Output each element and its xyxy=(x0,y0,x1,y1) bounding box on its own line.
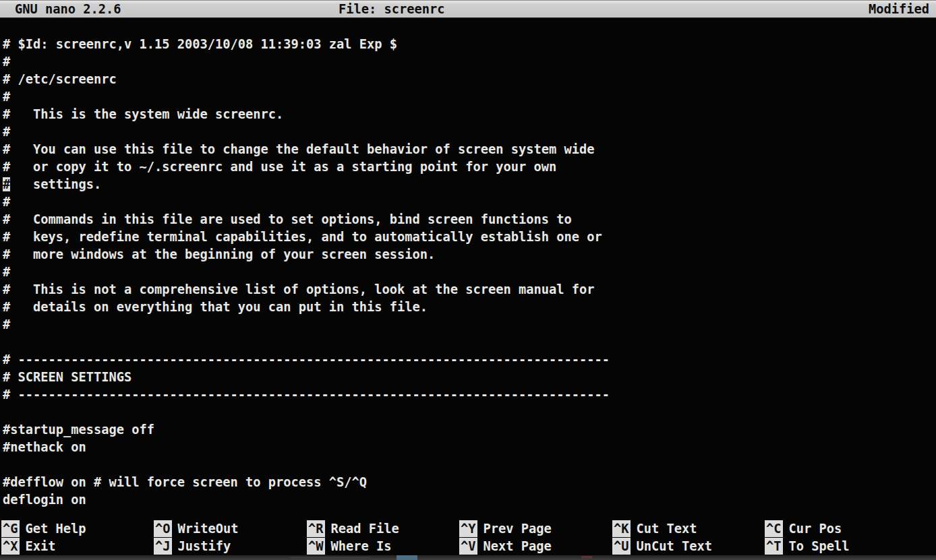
editor-line xyxy=(3,456,936,474)
shortcut-next-page: ^VNext Page xyxy=(459,538,552,555)
editor-line: #defflow on # will force screen to proce… xyxy=(3,474,936,491)
editor-line: # xyxy=(3,88,936,106)
editor-line: # more windows at the beginning of your … xyxy=(3,246,936,263)
text-cursor: # xyxy=(3,177,10,191)
background-window-blue-patch xyxy=(397,555,417,560)
shortcut-writeout: ^OWriteOut xyxy=(154,520,239,538)
shortcut-label: Cur Pos xyxy=(789,522,842,536)
editor-line: # You can use this file to change the de… xyxy=(3,141,936,158)
shortcut-key-badge: ^V xyxy=(459,538,477,555)
editor-line: # /etc/screenrc xyxy=(3,71,936,88)
shortcut-key-badge: ^T xyxy=(765,538,783,555)
background-window-strip xyxy=(0,555,936,560)
editor-line: # This is the system wide screenrc. xyxy=(3,106,936,123)
background-window-smudge xyxy=(581,556,592,559)
nano-titlebar: GNU nano 2.2.6 File: screenrc Modified xyxy=(0,0,936,19)
editor-line: # Commands in this file are used to set … xyxy=(3,211,936,228)
shortcut-label: WriteOut xyxy=(178,522,239,536)
shortcut-cut-text: ^KCut Text xyxy=(612,520,697,538)
shortcut-label: Justify xyxy=(178,539,231,553)
shortcut-key-badge: ^Y xyxy=(459,520,477,537)
editor-line: # settings. xyxy=(3,176,936,193)
terminal-window[interactable]: GNU nano 2.2.6 File: screenrc Modified #… xyxy=(0,0,936,560)
shortcut-bar-row-1: ^GGet Help^OWriteOut^RRead File^YPrev Pa… xyxy=(0,520,936,538)
shortcut-cur-pos: ^CCur Pos xyxy=(765,520,842,538)
shortcut-justify: ^JJustify xyxy=(154,538,231,555)
shortcut-label: Where Is xyxy=(331,539,392,553)
shortcut-label: Exit xyxy=(26,539,56,553)
shortcut-label: Cut Text xyxy=(637,522,697,536)
shortcut-key-badge: ^U xyxy=(612,538,631,555)
editor-line: # $Id: screenrc,v 1.15 2003/10/08 11:39:… xyxy=(3,36,936,53)
shortcut-key-badge: ^G xyxy=(1,520,20,537)
shortcut-key-badge: ^W xyxy=(307,538,325,555)
shortcut-key-badge: ^R xyxy=(307,520,325,537)
editor-line xyxy=(3,404,936,421)
shortcut-uncut-text: ^UUnCut Text xyxy=(612,538,712,555)
editor-line: # xyxy=(3,316,936,334)
nano-version-label: GNU nano 2.2.6 xyxy=(15,1,121,18)
editor-line: deflogin on xyxy=(3,491,936,509)
shortcut-label: Next Page xyxy=(484,539,552,553)
shortcut-bar-row-2: ^XExit^JJustify^WWhere Is^VNext Page^UUn… xyxy=(0,538,936,555)
editor-line: # This is not a comprehensive list of op… xyxy=(3,281,936,299)
shortcut-label: Get Help xyxy=(26,522,86,536)
editor-line: #nethack on xyxy=(3,439,936,456)
editor-line: # --------------------------------------… xyxy=(3,386,936,404)
editor-line: # or copy it to ~/.screenrc and use it a… xyxy=(3,158,936,176)
background-window-smudge xyxy=(290,557,371,559)
shortcut-label: UnCut Text xyxy=(637,539,713,553)
shortcut-prev-page: ^YPrev Page xyxy=(459,520,552,538)
shortcut-get-help: ^GGet Help xyxy=(1,520,86,538)
editor-line: # --------------------------------------… xyxy=(3,351,936,369)
editor-text-area[interactable]: # $Id: screenrc,v 1.15 2003/10/08 11:39:… xyxy=(0,19,936,520)
shortcut-key-badge: ^C xyxy=(765,520,783,537)
shortcut-key-badge: ^O xyxy=(154,520,172,537)
editor-line: # xyxy=(3,53,936,71)
file-name-label: File: screenrc xyxy=(339,1,445,18)
shortcut-key-badge: ^X xyxy=(1,538,20,555)
editor-line: # xyxy=(3,123,936,141)
shortcut-label: Read File xyxy=(331,522,399,536)
modified-status-badge: Modified xyxy=(869,1,929,18)
shortcut-label: To Spell xyxy=(789,539,850,553)
shortcut-to-spell: ^TTo Spell xyxy=(765,538,850,555)
editor-line: # SCREEN SETTINGS xyxy=(3,369,936,386)
editor-line: #startup_message off xyxy=(3,421,936,439)
shortcut-key-badge: ^J xyxy=(154,538,172,555)
editor-line: # xyxy=(3,193,936,211)
editor-line xyxy=(3,334,936,351)
editor-line: # details on everything that you can put… xyxy=(3,299,936,316)
shortcut-key-badge: ^K xyxy=(612,520,631,537)
shortcut-where-is: ^WWhere Is xyxy=(307,538,392,555)
shortcut-read-file: ^RRead File xyxy=(307,520,399,538)
shortcut-exit: ^XExit xyxy=(1,538,56,555)
editor-line: # xyxy=(3,263,936,281)
shortcut-label: Prev Page xyxy=(484,522,552,536)
editor-line: # keys, redefine terminal capabilities, … xyxy=(3,228,936,246)
